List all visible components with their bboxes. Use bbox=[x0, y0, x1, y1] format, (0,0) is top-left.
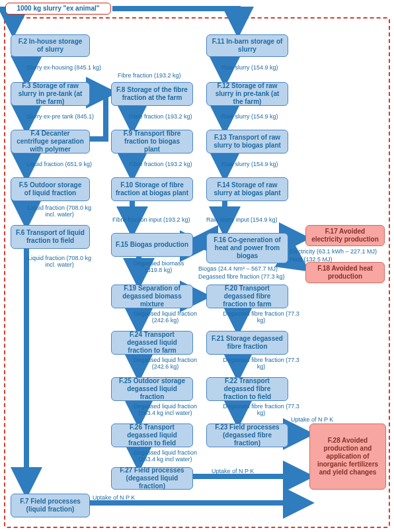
node-f27: F.27 Field processes (degassed liquid fr… bbox=[111, 467, 193, 490]
edge-f4-f8: Fibre fraction (193.2 kg) bbox=[118, 73, 181, 79]
edge-f14-f15: Raw slurry input (154.9 kg) bbox=[206, 217, 278, 224]
node-f28: F.28 Avoided production and application … bbox=[309, 423, 386, 490]
edge-f15-f16: Biogas (24.4 Nm³ – 567.7 MJ) bbox=[198, 266, 278, 273]
edge-f15-f19: Degassed biomass (319.8 kg) bbox=[126, 261, 192, 274]
edge-f13-f14: Raw slurry (154.9 kg) bbox=[221, 161, 278, 168]
node-f16: F.16 Co-generation of heat and power fro… bbox=[206, 233, 288, 263]
node-f19: F.19 Separation of degassed biomass mixt… bbox=[111, 285, 193, 308]
node-f11: F.11 In-barn storage of slurry bbox=[206, 34, 288, 57]
edge-f4-f5: Liquid fraction (651.9 kg) bbox=[26, 161, 92, 168]
node-f22: F.22 Transport degassed fibre fraction t… bbox=[206, 377, 288, 401]
edge-f10-f15: Fibre fraction input (193.2 kg) bbox=[112, 217, 190, 224]
node-f9: F.9 Transport fibre fraction to biogas p… bbox=[111, 130, 193, 154]
edge-f22-f23: Degassed fibre fraction (77.3 kg) bbox=[221, 404, 301, 417]
edge-f9-f10: Fibre fraction (193.2 kg) bbox=[129, 161, 192, 168]
edge-f16-f18: Heat (132.5 MJ) bbox=[290, 257, 333, 263]
edge-f24-f25: Degassed liquid fraction (242.6 kg) bbox=[126, 357, 205, 371]
edge-f19-f20: Degassed fibre fraction (77.3 kg) bbox=[198, 274, 285, 281]
node-f7: F.7 Field processes (liquid fraction) bbox=[11, 494, 90, 517]
node-f2: F.2 In-house storage of slurry bbox=[11, 34, 90, 57]
edge-f20-f21: Degassed fibre fraction (77.3 kg) bbox=[221, 311, 301, 324]
edge-f2-f3: Slurry ex-housing (845.1 kg) bbox=[26, 65, 101, 71]
node-f21: F.21 Storage degassed fibre fraction bbox=[206, 331, 288, 355]
start-node: 1000 kg slurry "ex animal" bbox=[5, 3, 111, 15]
node-f6: F.6 Transport of liquid fraction to fiel… bbox=[11, 225, 90, 249]
node-f20: F.20 Transport degassed fibre fraction t… bbox=[206, 285, 288, 308]
node-f14: F.14 Storage of raw slurry at biogas pla… bbox=[206, 177, 288, 201]
node-f12: F.12 Storage of raw slurry in pre-tank (… bbox=[206, 82, 288, 106]
node-f24: F.24 Transport degassed liquid fraction … bbox=[111, 331, 193, 355]
edge-f26-f27: Degassed liquid fraction (263.4 kg incl … bbox=[126, 450, 205, 463]
edge-f5-f6: Liquid fraction (708.0 kg incl. water) bbox=[26, 205, 93, 218]
node-f15: F.15 Biogas production bbox=[111, 233, 193, 257]
node-f18: F.18 Avoided heat production bbox=[305, 262, 385, 283]
node-f8: F.8 Storage of the fibre fraction at the… bbox=[111, 82, 193, 106]
edge-f19-f24: Degassed liquid fraction (242.6 kg) bbox=[126, 311, 205, 324]
edge-f25-f26: Degassed liquid fraction (263.4 kg incl … bbox=[126, 404, 205, 417]
edge-f8-f9: Fibre fraction (193.2 kg) bbox=[129, 114, 192, 120]
node-f13: F.13 Transport of raw slurry to biogas p… bbox=[206, 130, 288, 154]
node-f4: F.4 Decanter centrifuge separation with … bbox=[11, 130, 90, 154]
edge-f3-f4: Slurry ex-pre tank (845.1) bbox=[26, 114, 94, 120]
edge-f6-f7: Liquid fraction (708.0 kg incl. water) bbox=[26, 255, 93, 269]
node-f10: F.10 Storage of fibre fraction at biogas… bbox=[111, 177, 193, 201]
node-f26: F.26 Transport degassed liquid fraction … bbox=[111, 423, 193, 447]
node-f25: F.25 Outdoor storage degassed liquid fra… bbox=[111, 377, 193, 401]
node-f3: F.3 Storage of raw slurry in pre-tank (a… bbox=[11, 82, 90, 106]
edge-f11-f12: Raw slurry (154.9 kg) bbox=[221, 65, 278, 71]
edge-f27-f28: Uptake of N P K bbox=[212, 468, 254, 475]
node-f23: F.23 Field processes (degassed fibre fra… bbox=[206, 423, 288, 447]
edge-f21-f22: Degassed fibre fraction (77.3 kg) bbox=[221, 357, 301, 371]
edge-f12-f13: Raw slurry (154.9 kg) bbox=[221, 114, 278, 120]
edge-f16-f17: Electricity (63.1 kWh – 227.1 MJ) bbox=[290, 249, 377, 255]
edge-f23-f28: Uptake of N P K bbox=[291, 417, 333, 423]
edge-f7-f28: Uptake of N P K bbox=[93, 495, 135, 502]
node-f17: F.17 Avoided electricity production bbox=[305, 225, 385, 246]
node-f5: F.5 Outdoor storage of liquid fraction bbox=[11, 177, 90, 201]
